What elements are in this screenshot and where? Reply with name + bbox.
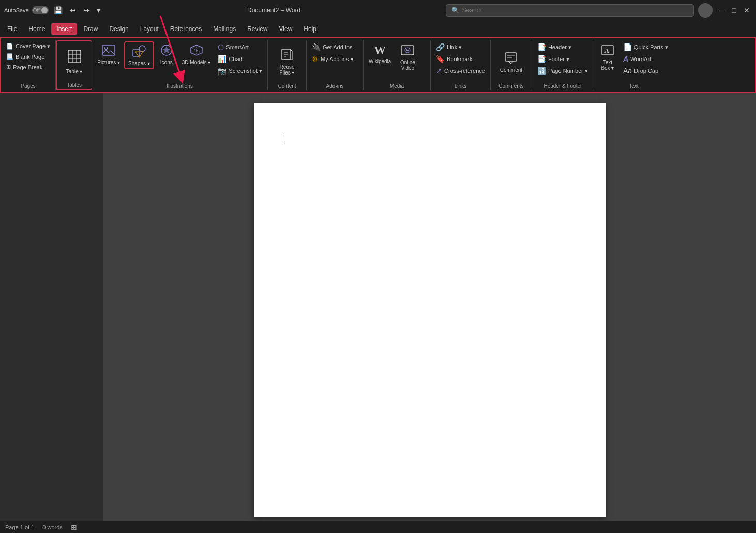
ribbon-group-comments: Comment Comments [491,40,532,90]
illustrations-group-label: Illustrations [94,82,265,90]
menu-home[interactable]: Home [23,23,50,35]
footer-button[interactable]: 📑 Footer ▾ [534,53,572,65]
page-info: Page 1 of 1 [5,524,34,530]
online-video-label: OnlineVideo [400,60,415,71]
link-button[interactable]: 🔗 Link ▾ [433,41,465,53]
blank-page-icon: 📃 [6,53,13,60]
autosave-label: AutoSave [4,7,29,13]
document-page[interactable] [254,103,606,517]
my-addins-button[interactable]: ⚙ My Add-ins ▾ [309,53,356,65]
profile-avatar[interactable] [698,3,713,18]
svg-rect-5 [102,45,115,55]
ribbon-group-text: A TextBox ▾ 📄 Quick Parts ▾ A WordArt [594,40,673,90]
autosave-toggle[interactable]: Off [32,6,49,14]
quick-parts-button[interactable]: 📄 Quick Parts ▾ [620,41,671,53]
comment-button[interactable]: Comment [497,49,525,75]
tables-buttons: Table ▾ [59,42,89,81]
bookmark-icon: 🔖 [436,55,445,63]
page-number-button[interactable]: 🔢 Page Number ▾ [534,65,591,77]
cover-page-button[interactable]: 📄 Cover Page ▾ [3,41,53,51]
reuse-files-button[interactable]: ReuseFiles ▾ [276,46,298,78]
main-content [0,93,756,521]
shapes-button[interactable]: Shapes ▾ [124,41,154,69]
menu-mailings[interactable]: Mailings [208,23,241,35]
icons-button[interactable]: Icons [155,41,178,67]
illustrations-col2: ⬡ SmartArt 📊 Chart 📷 Screenshot ▾ [215,41,265,77]
addins-group-label: Add-ins [309,82,361,90]
blank-page-button[interactable]: 📃 Blank Page [3,52,48,62]
ribbon-group-headerfooter: 📑 Header ▾ 📑 Footer ▾ 🔢 Page Number ▾ He… [532,40,594,90]
app-container: AutoSave Off 💾 ↩ ↪ ▾ Document2 – Word 🔍 … [0,0,756,533]
footer-icon: 📑 [537,55,546,63]
close-icon[interactable]: ✕ [742,5,752,16]
shapes-icon [132,45,146,59]
redo-icon[interactable]: ↪ [81,5,92,16]
cross-reference-button[interactable]: ↗ Cross-reference [433,65,488,77]
header-button[interactable]: 📑 Header ▾ [534,41,574,53]
comments-group-label: Comments [493,82,530,90]
screenshot-button[interactable]: 📷 Screenshot ▾ [215,65,265,77]
menu-insert[interactable]: Insert [51,23,77,35]
title-bar-left: AutoSave Off 💾 ↩ ↪ ▾ [4,5,102,16]
wordart-button[interactable]: A WordArt [620,53,671,65]
search-bar[interactable]: 🔍 [446,4,694,17]
3d-models-button[interactable]: 3D Models ▾ [179,41,214,67]
bookmark-button[interactable]: 🔖 Bookmark [433,53,476,65]
ribbon-group-pages: 📄 Cover Page ▾ 📃 Blank Page ⊞ Page Break… [1,40,56,90]
pictures-icon [102,43,115,58]
page-break-icon: ⊞ [6,64,11,70]
quick-parts-icon: 📄 [623,43,632,51]
more-icon[interactable]: ▾ [95,5,102,16]
icons-label: Icons [160,60,173,65]
menu-design[interactable]: Design [104,23,133,35]
page-number-icon: 🔢 [537,67,546,75]
minimize-icon[interactable]: — [716,5,727,16]
links-group-label: Links [433,82,488,90]
search-icon: 🔍 [451,7,459,14]
chart-icon: 📊 [218,55,226,63]
table-icon [67,49,82,67]
svg-text:A: A [604,47,609,54]
text-col2: 📄 Quick Parts ▾ A WordArt Aa Drop Cap [620,41,671,77]
pages-group-label: Pages [3,82,53,90]
menu-draw[interactable]: Draw [78,23,103,35]
cross-reference-icon: ↗ [436,67,442,75]
table-button[interactable]: Table ▾ [60,47,89,77]
smartart-button[interactable]: ⬡ SmartArt [215,41,265,53]
wikipedia-button[interactable]: W Wikipedia [366,41,394,66]
get-addins-button[interactable]: 🔌 Get Add-ins [309,41,355,53]
page-break-button[interactable]: ⊞ Page Break [3,62,46,72]
undo-icon[interactable]: ↩ [68,5,78,16]
menu-review[interactable]: Review [242,23,273,35]
link-icon: 🔗 [436,43,445,51]
chart-button[interactable]: 📊 Chart [215,53,265,65]
wikipedia-label: Wikipedia [369,58,391,64]
menu-references[interactable]: References [165,23,207,35]
menu-layout[interactable]: Layout [135,23,164,35]
wordart-icon: A [623,55,628,63]
status-bar: Page 1 of 1 0 words ⊞ [0,521,756,533]
online-video-button[interactable]: OnlineVideo [396,41,419,73]
layout-icon[interactable]: ⊞ [71,523,77,531]
maximize-icon[interactable]: □ [730,5,738,16]
textbox-button[interactable]: A TextBox ▾ [596,41,619,73]
svg-marker-20 [406,49,410,51]
ribbon-group-content: ReuseFiles ▾ Content [268,40,307,90]
pictures-button[interactable]: Pictures ▾ [94,41,123,67]
svg-point-6 [105,47,108,50]
svg-marker-11 [162,46,171,54]
menu-help[interactable]: Help [298,23,322,35]
online-video-icon [401,43,414,58]
headerfooter-buttons: 📑 Header ▾ 📑 Footer ▾ 🔢 Page Number ▾ [534,41,592,82]
drop-cap-button[interactable]: Aa Drop Cap [620,65,671,77]
comment-label: Comment [500,67,522,73]
smartart-icon: ⬡ [218,43,224,51]
icons-icon [160,43,173,58]
menu-file[interactable]: File [2,23,22,35]
save-icon[interactable]: 💾 [52,5,65,16]
search-input[interactable] [462,7,688,14]
ribbon-group-illustrations: Pictures ▾ Shapes ▾ [92,40,268,90]
svg-rect-0 [68,50,81,63]
menu-view[interactable]: View [274,23,298,35]
shapes-label: Shapes ▾ [128,61,150,66]
